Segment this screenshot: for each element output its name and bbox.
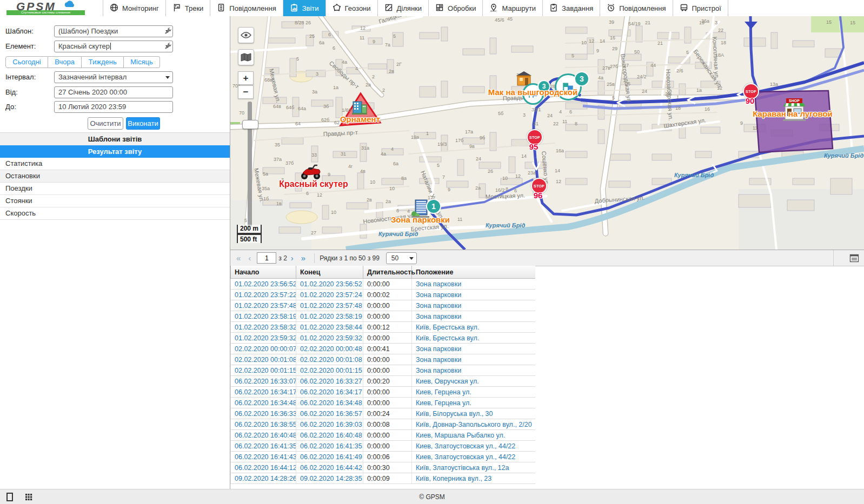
clear-button[interactable]: Очистити bbox=[88, 117, 123, 130]
tab-9-task[interactable]: Завдання bbox=[543, 0, 600, 16]
prev-page-button[interactable]: ‹ bbox=[244, 253, 255, 263]
table-row[interactable]: 02.02.2020 00:00:0702.02.2020 00:00:480:… bbox=[231, 344, 536, 354]
table-row[interactable]: 06.02.2020 16:41:3506.02.2020 16:41:350:… bbox=[231, 441, 536, 452]
table-row[interactable]: 06.02.2020 16:36:3306.02.2020 16:36:570:… bbox=[231, 408, 536, 419]
zoom-out-button[interactable]: − bbox=[238, 85, 254, 99]
house-number: 5а bbox=[263, 171, 268, 177]
table-row[interactable]: 02.02.2020 00:01:0802.02.2020 00:01:080:… bbox=[231, 354, 536, 365]
quick-range-button[interactable]: Сьогодні bbox=[5, 56, 48, 68]
tab-5-polygon[interactable]: Геозони bbox=[326, 0, 378, 16]
shop-sign-text: SHOP bbox=[789, 99, 800, 103]
tab-1-globe[interactable]: Моніторинг bbox=[103, 0, 166, 16]
table-row[interactable]: 01.02.2020 23:56:5201.02.2020 23:56:520:… bbox=[231, 279, 536, 290]
cell-start: 01.02.2020 23:58:32 bbox=[231, 322, 296, 333]
cluster-count-badge[interactable]: 3 bbox=[574, 71, 589, 86]
tab-10-alarm[interactable]: Повідомлення bbox=[600, 0, 673, 16]
template-select[interactable]: (Шаблон) Поездки bbox=[54, 25, 173, 37]
table-row[interactable]: 01.02.2020 23:58:1901.02.2020 23:58:190:… bbox=[231, 311, 536, 322]
table-row[interactable]: 06.02.2020 16:34:4806.02.2020 16:34:480:… bbox=[231, 398, 536, 408]
parking-count-badge[interactable]: 1 bbox=[426, 199, 441, 214]
table-row[interactable]: 01.02.2020 23:57:2201.02.2020 23:57:240:… bbox=[231, 290, 536, 300]
visibility-eye-button[interactable] bbox=[238, 27, 254, 43]
text-cursor bbox=[110, 43, 111, 50]
from-date-input[interactable]: 27 Січень 2020 00:00 bbox=[54, 86, 173, 98]
table-row[interactable]: 09.02.2020 14:28:2609.02.2020 14:28:350:… bbox=[231, 473, 536, 484]
cell-start: 01.02.2020 23:57:48 bbox=[231, 300, 296, 311]
house-number: 64б bbox=[286, 105, 294, 110]
table-row[interactable]: 06.02.2020 16:34:1706.02.2020 16:34:170:… bbox=[231, 387, 536, 398]
to-date-input[interactable]: 10 Лютий 2020 23:59 bbox=[54, 101, 173, 113]
map-label-scooter[interactable]: Красный скутер bbox=[268, 179, 360, 189]
report-item[interactable]: Поездки bbox=[0, 183, 230, 195]
map-layers-button[interactable] bbox=[238, 49, 254, 65]
run-button[interactable]: Виконати bbox=[126, 117, 160, 130]
house-number: 8 bbox=[506, 186, 508, 192]
column-header-duration[interactable]: Длительность bbox=[363, 266, 412, 279]
cell-end: 06.02.2020 16:40:48 bbox=[296, 430, 363, 441]
report-icon bbox=[290, 3, 298, 14]
house-number: 6 bbox=[328, 32, 331, 37]
report-item[interactable]: Стоянки bbox=[0, 195, 230, 207]
table-row[interactable]: 06.02.2020 16:41:4306.02.2020 16:41:490:… bbox=[231, 452, 536, 462]
house-number: 3б bbox=[323, 104, 329, 109]
next-page-button[interactable]: › bbox=[287, 253, 297, 263]
table-row[interactable]: 01.02.2020 23:57:4801.02.2020 23:57:480:… bbox=[231, 300, 536, 311]
column-header-position[interactable]: Положение bbox=[412, 266, 536, 279]
zoom-slider-handle[interactable] bbox=[242, 120, 258, 129]
page-size-select[interactable]: 50 bbox=[386, 252, 417, 264]
tab-4-report[interactable]: Звіти bbox=[283, 0, 326, 16]
tab-7-grid[interactable]: Обробки bbox=[429, 0, 483, 16]
quick-range-button[interactable]: Тиждень bbox=[82, 56, 124, 68]
map-label-ornament[interactable]: Орнамент bbox=[325, 115, 395, 124]
map-label-karavan[interactable]: Караван на луговой bbox=[739, 109, 847, 118]
table-row[interactable]: 06.02.2020 16:38:5506.02.2020 16:39:030:… bbox=[231, 419, 536, 430]
table-row[interactable]: 06.02.2020 16:33:0706.02.2020 16:33:270:… bbox=[231, 376, 536, 387]
tab-11-bus[interactable]: Пристрої bbox=[673, 0, 728, 16]
section-report-result[interactable]: Результат звіту bbox=[0, 145, 230, 158]
tab-6-hatch[interactable]: Ділянки bbox=[378, 0, 429, 16]
quick-range-button[interactable]: Місяць bbox=[124, 56, 160, 68]
building bbox=[739, 194, 771, 207]
report-item[interactable]: Остановки bbox=[0, 170, 230, 183]
map-label-parking[interactable]: Зона парковки bbox=[381, 215, 460, 224]
house-number: 68в bbox=[264, 77, 273, 83]
export-table-button[interactable] bbox=[849, 253, 860, 264]
template-settings-wrench-icon[interactable] bbox=[164, 26, 172, 35]
table-row[interactable]: 06.02.2020 16:40:4806.02.2020 16:40:480:… bbox=[231, 430, 536, 441]
cell-position: Киев, Златоустовская ул., 44/22 bbox=[412, 441, 536, 452]
element-combo[interactable]: Красный скутер bbox=[54, 41, 173, 52]
tab-3-document[interactable]: Повідомлення bbox=[210, 0, 283, 16]
report-item[interactable]: Скорость bbox=[0, 207, 230, 220]
building bbox=[636, 26, 642, 42]
cell-duration: 0:00:00 bbox=[363, 398, 412, 408]
house-number: 33 bbox=[311, 152, 317, 158]
house-number: 4в bbox=[360, 169, 365, 174]
house-number: 27в bbox=[602, 65, 610, 71]
map[interactable]: Свободы пр-тПравды пр-тПравды пр-тМежева… bbox=[230, 16, 864, 250]
report-item[interactable]: Статистика bbox=[0, 158, 230, 170]
zoom-in-button[interactable]: + bbox=[238, 71, 254, 85]
table-row[interactable]: 06.02.2020 16:44:1206.02.2020 16:44:420:… bbox=[231, 462, 536, 473]
house-number: 19а bbox=[411, 135, 419, 140]
house-number: 6 bbox=[514, 188, 517, 193]
last-page-button[interactable]: » bbox=[297, 253, 309, 263]
table-row[interactable]: 01.02.2020 23:59:3201.02.2020 23:59:320:… bbox=[231, 333, 536, 344]
element-settings-wrench-icon[interactable] bbox=[164, 42, 172, 50]
page-number-input[interactable] bbox=[257, 252, 276, 264]
house-number: 16 bbox=[705, 106, 710, 112]
app-logo[interactable]: GPSM Спутниковые системы слежения bbox=[0, 0, 103, 16]
cell-duration: 0:00:06 bbox=[363, 452, 412, 462]
table-row[interactable]: 02.02.2020 00:01:1502.02.2020 00:01:150:… bbox=[231, 365, 536, 376]
tab-2-flag[interactable]: Треки bbox=[166, 0, 211, 16]
map-label-mak[interactable]: Мак на вышгородской bbox=[483, 88, 583, 97]
house-number: 2а bbox=[386, 199, 391, 204]
column-header-end[interactable]: Конец bbox=[296, 266, 363, 279]
column-header-start[interactable]: Начало bbox=[231, 266, 296, 279]
table-row[interactable]: 01.02.2020 23:58:3201.02.2020 23:58:440:… bbox=[231, 322, 536, 333]
quick-range-button[interactable]: Вчора bbox=[48, 56, 82, 68]
first-page-button[interactable]: « bbox=[232, 253, 244, 263]
tab-8-route-pin[interactable]: Маршрути bbox=[483, 0, 543, 16]
house-number: 39 bbox=[609, 19, 614, 25]
interval-select[interactable]: Зазначений інтервал bbox=[54, 71, 173, 83]
section-report-templates[interactable]: Шаблони звітів bbox=[0, 132, 230, 146]
